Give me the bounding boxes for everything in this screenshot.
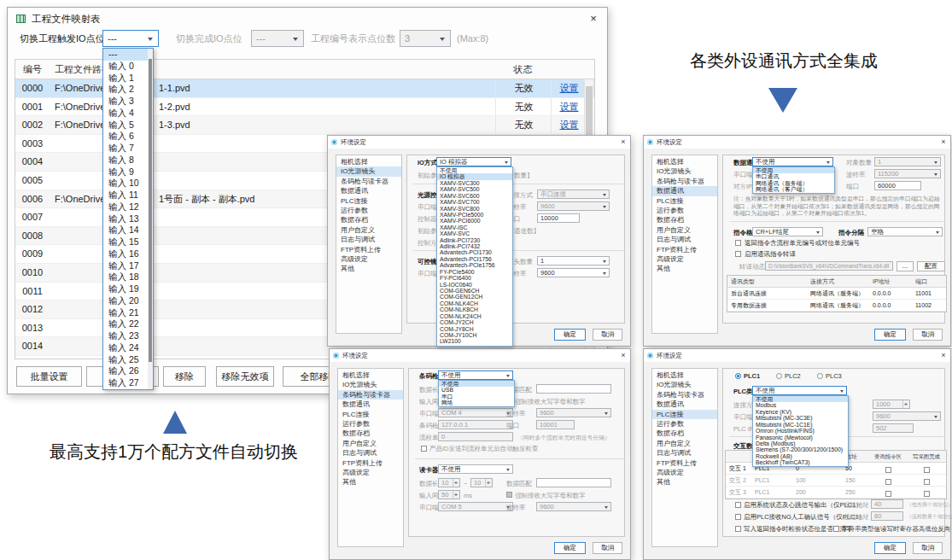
sidebar-item[interactable]: 日志与调试 <box>338 448 403 458</box>
browse-button[interactable]: ... <box>897 261 914 271</box>
trigger-io-combobox[interactable]: --- <box>102 30 159 47</box>
sidebar-item[interactable]: PLC连接 <box>338 410 403 419</box>
close-icon[interactable]: × <box>616 136 630 149</box>
barcode-option[interactable]: 网络 <box>439 400 514 405</box>
plc-type-option[interactable]: Mitsubishi (MC-3C3E) <box>753 415 848 421</box>
io-point-option[interactable]: 输入 24 <box>103 342 153 354</box>
sidebar-item[interactable]: 运行参数 <box>652 419 717 429</box>
config-button[interactable]: 配置 <box>917 261 945 271</box>
sidebar-item[interactable]: 数据通讯 <box>652 186 717 195</box>
baud-combobox[interactable]: 9600 <box>537 201 610 211</box>
object-count-combobox[interactable]: 1 <box>874 157 941 166</box>
lens-count-combobox[interactable]: 1 <box>537 256 610 265</box>
plc-type-option[interactable]: Beckhoff (TwinCAT3) <box>753 459 848 465</box>
io-point-option[interactable]: 输入 21 <box>103 307 153 319</box>
comm-option[interactable]: 串口通讯 <box>753 173 834 179</box>
sidebar-item[interactable]: 相机选择 <box>336 157 401 166</box>
cancel-button[interactable]: 取消 <box>593 329 622 341</box>
grab-done-checkbox[interactable] <box>924 479 930 485</box>
sidebar-item[interactable]: 相机选择 <box>338 370 403 380</box>
io-mode-option[interactable]: Adlink-PCI7230 <box>437 237 512 243</box>
io-point-option[interactable]: 输入 4 <box>103 108 153 120</box>
sidebar-item[interactable]: 条码枪与读卡器 <box>338 390 403 400</box>
io-point-option[interactable]: 输入 20 <box>103 295 153 307</box>
io-mode-option[interactable]: 不使用 <box>437 167 512 173</box>
io-point-option[interactable]: --- <box>103 49 153 61</box>
io-mode-option[interactable]: Advantech-PCI1730 <box>437 249 512 255</box>
done-io-combobox[interactable]: --- <box>251 30 304 47</box>
sidebar-item[interactable]: 用户自定义 <box>336 225 401 235</box>
plc3-radio[interactable] <box>817 373 823 379</box>
port-input[interactable]: 60000 <box>874 181 921 190</box>
start-addr-input1[interactable]: 40 <box>871 499 903 509</box>
comm-combobox[interactable]: 不使用 <box>752 157 833 166</box>
io-mode-option[interactable]: COM-NLK4CH <box>437 300 512 306</box>
sidebar-item[interactable]: PLC连接 <box>336 196 401 206</box>
sidebar-item[interactable]: FTP资料上传 <box>338 458 403 468</box>
reader-match-input[interactable] <box>536 478 611 487</box>
verify-clear-checkbox[interactable] <box>735 526 741 532</box>
interval-stepper[interactable]: 50 <box>438 490 460 499</box>
start-addr-input2[interactable]: 80 <box>871 511 903 521</box>
io-point-option[interactable]: 输入 25 <box>103 354 153 366</box>
gun-ip-input[interactable]: 127.0.0.1 <box>438 420 513 429</box>
io-point-option[interactable]: 输入 19 <box>103 283 153 295</box>
io-mode-option[interactable]: COM-NLK24CH <box>437 313 512 319</box>
io-mode-option[interactable]: Advantech-PCI1756 <box>437 256 512 262</box>
remove-button[interactable]: 移除 <box>163 366 206 387</box>
table-row[interactable]: 交互 3 PLC1 200 250 <box>726 487 946 499</box>
baud-combobox[interactable]: 115200 <box>874 169 941 178</box>
io-mode-option[interactable]: XAMV-SVC300 <box>437 180 512 186</box>
baud-combobox[interactable]: 9600 <box>536 408 611 417</box>
sidebar-item[interactable]: 条码枪与读卡器 <box>652 177 717 186</box>
io-point-option[interactable]: 输入 14 <box>103 225 153 236</box>
lens-baud-combobox[interactable]: 9600 <box>537 268 610 277</box>
io-point-option[interactable]: 输入 1 <box>103 73 153 85</box>
close-icon[interactable]: × <box>937 349 950 362</box>
sidebar-item[interactable]: 高级设定 <box>652 254 717 264</box>
sidebar-item[interactable]: 高级设定 <box>338 468 403 477</box>
grab-done-checkbox[interactable] <box>924 467 930 473</box>
ng-confirm-checkbox[interactable] <box>735 514 741 520</box>
row-settings-link[interactable]: 设置 <box>551 116 587 134</box>
sidebar-item[interactable]: 日志与调试 <box>652 235 717 244</box>
io-mode-option[interactable]: LS-IOC0640 <box>437 282 512 288</box>
io-mode-option[interactable]: FY-PCI6400 <box>437 275 512 281</box>
query-checkbox[interactable] <box>885 491 891 497</box>
barcode-option[interactable]: USB <box>439 387 514 393</box>
plc-type-option[interactable]: 不使用 <box>753 396 848 402</box>
sidebar-item[interactable]: 数据存档 <box>336 215 401 225</box>
sidebar-item[interactable]: FTP资料上传 <box>652 245 717 254</box>
sidebar-item[interactable]: 条码枪与读卡器 <box>336 177 401 186</box>
io-mode-option[interactable]: XAMV-SVC500 <box>437 186 512 192</box>
io-point-option[interactable]: 输入 5 <box>103 120 153 131</box>
sidebar-item[interactable]: 高级设定 <box>336 254 401 264</box>
sidebar-item[interactable]: 数据存档 <box>652 215 717 225</box>
io-point-option[interactable]: 输入 12 <box>103 201 153 213</box>
plc-type-option[interactable]: Omron (Hostlink/FINS) <box>753 428 848 434</box>
barcode-option[interactable]: 串口 <box>439 394 514 400</box>
heartbeat-checkbox[interactable] <box>735 502 741 508</box>
row-settings-link[interactable]: 设置 <box>551 79 587 97</box>
query-checkbox[interactable] <box>885 479 891 485</box>
sidebar-item[interactable]: 运行参数 <box>336 206 401 215</box>
cmd-format-combobox[interactable]: CR+LF结尾 <box>752 227 823 236</box>
cancel-button[interactable]: 取消 <box>593 542 622 554</box>
sidebar-item[interactable]: 高级设定 <box>652 468 717 477</box>
table-row[interactable]: 后台通讯连接 网络通讯（服务端） 0.0.0.0 11001 <box>727 288 946 300</box>
row-settings-link[interactable]: 设置 <box>551 98 587 116</box>
sidebar-item[interactable]: IO光源镜头 <box>652 166 717 176</box>
cancel-button[interactable]: 取消 <box>913 329 943 341</box>
plc-type-option[interactable]: Mitsubishi (MC-1C1E) <box>753 422 848 428</box>
com-port-combobox[interactable]: COM 4 <box>438 408 513 417</box>
close-icon[interactable]: × <box>616 349 630 362</box>
cmd-sep-combobox[interactable]: 空格 <box>867 227 943 236</box>
plc2-radio[interactable] <box>776 373 782 379</box>
sidebar-item[interactable]: IO光源镜头 <box>338 380 403 389</box>
ok-button[interactable]: 确定 <box>554 329 586 341</box>
io-point-option[interactable]: 输入 18 <box>103 271 153 283</box>
io-point-option[interactable]: 输入 23 <box>103 330 153 342</box>
io-mode-option[interactable]: COM-GEN6CH <box>437 288 512 294</box>
sidebar-item[interactable]: IO光源镜头 <box>336 166 401 176</box>
port-input[interactable]: 10000 <box>537 213 580 223</box>
